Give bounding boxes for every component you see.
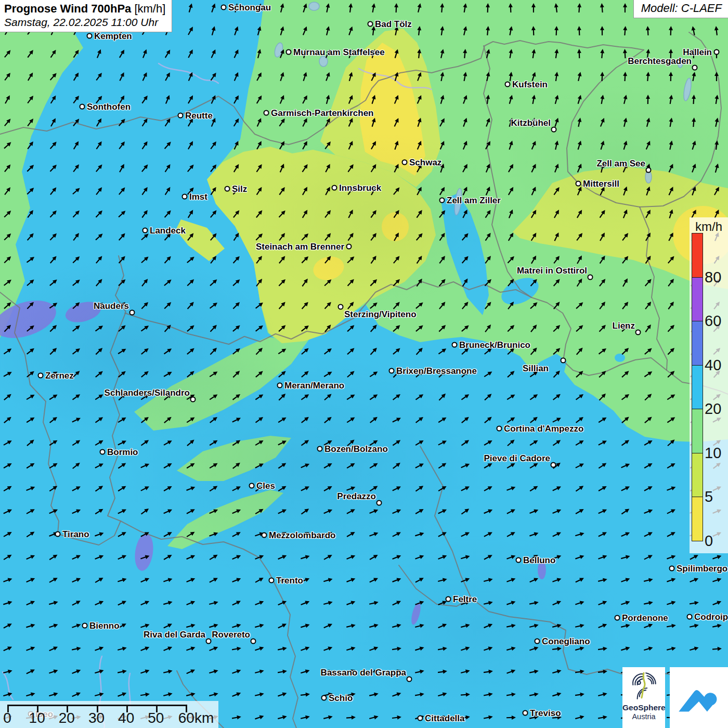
legend-tick-label: 0 bbox=[705, 533, 713, 548]
scale-label: 30 bbox=[88, 710, 105, 726]
city-marker bbox=[446, 596, 451, 602]
city-label: Murnau am Staffelsee bbox=[293, 48, 385, 57]
legend-color-segment bbox=[692, 497, 703, 541]
city-marker bbox=[286, 49, 292, 55]
city-label: Berchtesgaden bbox=[628, 57, 692, 66]
city-label: Treviso bbox=[530, 709, 561, 718]
city-marker bbox=[418, 716, 423, 721]
city-label: Pordenone bbox=[622, 614, 668, 622]
city-marker bbox=[178, 113, 184, 119]
city-label: Tirano bbox=[62, 530, 89, 539]
city-marker bbox=[452, 342, 458, 348]
legend-color-segment bbox=[692, 321, 703, 366]
city-label: Brixen/Bressanone bbox=[396, 367, 477, 375]
geosphere-logo-subtext: Austria bbox=[622, 712, 665, 721]
city-marker bbox=[407, 677, 412, 682]
legend-tick-label: 80 bbox=[705, 269, 721, 284]
city-marker bbox=[87, 33, 93, 39]
city-marker bbox=[523, 710, 528, 716]
city-marker bbox=[317, 446, 323, 452]
city-label: Sillian bbox=[523, 364, 549, 373]
mountain-logo-icon bbox=[676, 675, 722, 721]
city-label: Innsbruck bbox=[339, 184, 381, 192]
legend-color-segment bbox=[692, 409, 703, 453]
city-label: Rovereto bbox=[212, 630, 250, 639]
city-marker bbox=[55, 531, 61, 537]
city-label: Hallein bbox=[683, 48, 712, 57]
city-label: Codroipo bbox=[694, 613, 728, 621]
city-label: Lienz bbox=[613, 321, 635, 330]
city-marker bbox=[551, 462, 556, 468]
scale-label: 60km bbox=[178, 710, 214, 726]
city-marker bbox=[439, 198, 445, 203]
city-marker bbox=[38, 373, 44, 379]
city-label: Cittadella bbox=[425, 714, 465, 723]
city-label: Schlanders/Silandro bbox=[105, 388, 190, 397]
scale-label: 0 bbox=[3, 710, 11, 726]
city-label: Steinach am Brenner bbox=[256, 242, 344, 251]
legend-tick-label: 5 bbox=[705, 489, 713, 504]
city-label: Bormio bbox=[107, 448, 138, 457]
scale-label: 50 bbox=[148, 710, 164, 726]
city-label: Conegliano bbox=[542, 637, 590, 646]
city-marker bbox=[251, 639, 256, 644]
city-marker bbox=[142, 228, 148, 233]
city-label: Landeck bbox=[150, 226, 186, 235]
city-marker bbox=[588, 275, 593, 280]
city-marker bbox=[190, 397, 196, 402]
scale-label: 20 bbox=[59, 710, 75, 726]
model-box: Modell: C-LAEF bbox=[633, 0, 728, 18]
page-title: Prognose Wind 700hPa [km/h] bbox=[4, 2, 165, 16]
city-label: Silz bbox=[232, 185, 247, 193]
city-label: Pieve di Cadore bbox=[484, 454, 550, 463]
city-label: Zernez bbox=[45, 371, 74, 380]
legend-color-segment bbox=[692, 453, 703, 498]
legend-tick-label: 40 bbox=[705, 357, 721, 372]
city-label: Kempten bbox=[94, 32, 132, 41]
city-marker bbox=[206, 639, 212, 644]
city-marker bbox=[535, 639, 540, 644]
legend-tick-label: 10 bbox=[705, 445, 721, 460]
city-marker bbox=[264, 110, 269, 116]
legend-color-segment bbox=[692, 277, 703, 322]
city-marker bbox=[376, 500, 382, 506]
city-marker bbox=[497, 426, 502, 432]
legend-color-segment bbox=[692, 233, 703, 278]
scale-label: 10 bbox=[29, 710, 45, 726]
city-label: Sterzing/Vipiteno bbox=[344, 310, 417, 319]
city-marker bbox=[687, 614, 693, 620]
city-marker bbox=[225, 186, 230, 192]
city-marker bbox=[516, 557, 522, 563]
city-label: Spilimbergo bbox=[677, 564, 727, 573]
city-label: Schongau bbox=[228, 3, 271, 12]
scale-bar: 0102030405060km bbox=[0, 701, 218, 728]
city-marker bbox=[221, 5, 227, 10]
city-marker bbox=[368, 21, 373, 27]
title-box: Prognose Wind 700hPa [km/h] Samstag, 22.… bbox=[0, 0, 172, 32]
weather-map: SchongauBad TölzKemptenMurnau am Staffel… bbox=[0, 0, 728, 728]
city-marker bbox=[269, 578, 275, 583]
city-label: Schio bbox=[329, 694, 353, 703]
legend: km/h 806040201050 bbox=[690, 217, 728, 553]
city-marker bbox=[389, 368, 395, 374]
title-main: Prognose Wind 700hPa bbox=[4, 2, 131, 15]
city-label: Nauders bbox=[94, 302, 129, 310]
city-label: Garmisch-Partenkirchen bbox=[271, 109, 373, 118]
city-label: Kufstein bbox=[512, 80, 548, 89]
city-marker bbox=[551, 127, 557, 133]
city-marker bbox=[338, 304, 344, 310]
city-label: Mezzolombardo bbox=[269, 531, 335, 540]
city-label: Meran/Merano bbox=[284, 381, 344, 390]
scale-label: 40 bbox=[118, 710, 134, 726]
geosphere-logo: GeoSphere Austria bbox=[622, 667, 665, 728]
legend-colorbar bbox=[692, 233, 703, 541]
geosphere-logo-icon bbox=[628, 669, 660, 701]
geosphere-logo-text: GeoSphere bbox=[622, 703, 665, 712]
city-label: Bassano del Grappa bbox=[321, 668, 406, 677]
city-marker bbox=[346, 244, 352, 250]
city-label: Bienno bbox=[89, 621, 120, 630]
city-label: Zell am Ziller bbox=[447, 196, 501, 205]
legend-color-segment bbox=[692, 365, 703, 410]
city-marker bbox=[100, 449, 106, 455]
city-label: Kitzbühel bbox=[511, 119, 551, 127]
